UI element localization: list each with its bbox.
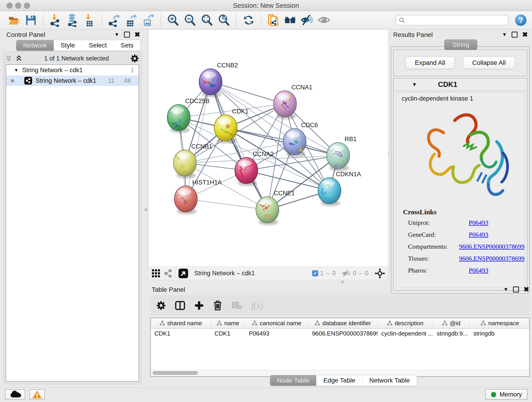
network-node-RB1[interactable]: RB1 xyxy=(327,136,357,171)
import-network-from-database-icon[interactable] xyxy=(65,13,80,27)
crosslink-label: Compartments: xyxy=(408,243,459,250)
node-label-CCNA2: CCNA2 xyxy=(253,151,274,157)
home-icon[interactable] xyxy=(283,13,298,27)
results-panel-menu-icon[interactable]: ▼ xyxy=(502,32,507,38)
expand-all-button[interactable]: Expand All xyxy=(405,57,455,69)
birds-eye-view-icon[interactable] xyxy=(152,269,161,278)
column-selector-icon[interactable] xyxy=(175,300,185,311)
edge-cdk1-rb1[interactable] xyxy=(226,128,338,156)
network-node-CCNB1[interactable]: CCNB1 xyxy=(173,143,212,178)
save-session-icon[interactable] xyxy=(24,13,38,27)
column-header-canonical-name[interactable]: canonical name xyxy=(245,318,308,328)
zoom-selected-icon[interactable] xyxy=(217,13,231,27)
tab-node-table[interactable]: Node Table xyxy=(270,375,316,386)
table-panel-float-icon[interactable] xyxy=(513,287,519,293)
import-table-from-file-icon[interactable] xyxy=(82,13,97,27)
collapse-all-button[interactable]: Collapse All xyxy=(463,57,515,69)
export-image-icon[interactable] xyxy=(141,13,155,27)
network-node-CCNE1[interactable]: CCNE1 xyxy=(256,190,295,225)
network-node-CDKN1A[interactable]: CDKN1A xyxy=(318,171,361,206)
network-node-CDC25B[interactable]: CDC25B xyxy=(167,98,210,133)
table-panel-close-icon[interactable]: ✖ xyxy=(524,286,529,293)
fit-content-crosshair-icon[interactable] xyxy=(375,268,385,279)
help-icon[interactable]: ? xyxy=(515,14,526,26)
control-panel-float-icon[interactable] xyxy=(124,32,130,38)
results-panel-close-icon[interactable]: ✖ xyxy=(522,31,528,38)
crosslink-link[interactable]: P06493 xyxy=(469,231,488,238)
tab-string[interactable]: String xyxy=(444,39,477,50)
network-edge-count: 48 xyxy=(124,77,131,84)
tab-style[interactable]: Style xyxy=(54,40,82,51)
column-header--id[interactable]: @id xyxy=(433,318,470,328)
window-title: Session: New Session xyxy=(0,2,532,9)
table-gear-icon[interactable] xyxy=(156,301,166,310)
table-panel-menu-icon[interactable]: ▼ xyxy=(503,287,508,293)
add-column-icon[interactable] xyxy=(194,301,204,310)
string-document-icon[interactable] xyxy=(266,13,280,27)
network-share-icon[interactable] xyxy=(164,269,172,278)
tab-network[interactable]: Network xyxy=(16,40,54,51)
collection-caret-icon[interactable]: ▼ xyxy=(14,68,19,73)
network-collection-row[interactable]: ▼ String Network – cdk1 1 xyxy=(6,65,139,75)
control-panel-title: Control Panel xyxy=(6,31,45,38)
hidden-eye-icon[interactable] xyxy=(342,270,351,277)
crosslink-link[interactable]: 9606.ENSP00000378699 xyxy=(459,243,525,250)
column-header-description[interactable]: description xyxy=(378,318,433,328)
crosslink-row: GeneCard:P06493 xyxy=(403,231,525,238)
tab-sets[interactable]: Sets xyxy=(114,40,140,51)
crosslink-link[interactable]: P06493 xyxy=(469,219,488,226)
tab-edge-table[interactable]: Edge Table xyxy=(316,375,362,386)
warning-status-button[interactable] xyxy=(29,389,45,400)
export-table-icon[interactable] xyxy=(124,13,138,27)
open-in-new-window-icon[interactable] xyxy=(178,268,188,279)
results-panel-float-icon[interactable] xyxy=(512,32,518,38)
column-header-name[interactable]: name xyxy=(211,318,245,328)
crosslink-link[interactable]: 9606.ENSP00000378699 xyxy=(459,255,525,262)
network-canvas[interactable]: CCNB2CCNA1CDC25BCDK1CDC6RB1CCNB1CCNA2CDK… xyxy=(148,29,388,267)
network-node-HIST1H1A[interactable]: HIST1H1A xyxy=(174,179,222,214)
show-all-icon[interactable] xyxy=(317,13,331,27)
zoom-in-icon[interactable] xyxy=(166,13,180,27)
node-label-HIST1H1A: HIST1H1A xyxy=(192,179,222,186)
update-available-icon[interactable] xyxy=(241,13,256,27)
selected-checkbox-icon[interactable]: ✓ xyxy=(312,270,318,276)
edge-ccnb2-ccne1[interactable] xyxy=(210,82,267,210)
network-row-selected[interactable]: String Network – cdk1 11 48 xyxy=(6,75,139,86)
collection-count: 1 xyxy=(131,67,134,74)
import-network-from-file-icon[interactable] xyxy=(49,13,63,27)
tab-network-table[interactable]: Network Table xyxy=(362,375,417,386)
edge-hist1h1a-ccne1[interactable] xyxy=(186,199,267,210)
zoom-fit-icon[interactable] xyxy=(200,13,214,27)
export-network-icon[interactable] xyxy=(107,13,121,27)
control-panel-close-icon[interactable]: ✖ xyxy=(134,31,140,38)
scrollbar-thumb[interactable] xyxy=(152,371,198,375)
left-splitter[interactable] xyxy=(144,29,148,387)
collection-label: String Network – cdk1 xyxy=(22,67,83,74)
network-node-CDK1[interactable]: CDK1 xyxy=(214,108,249,143)
crosslinks-title: CrossLinks xyxy=(403,208,525,216)
toolbar-separator xyxy=(261,13,261,27)
network-options-gear-icon[interactable] xyxy=(130,54,139,63)
expand-all-icon[interactable] xyxy=(16,56,23,61)
tab-select[interactable]: Select xyxy=(82,40,114,51)
zoom-out-icon[interactable] xyxy=(183,13,197,27)
network-node-CCNA1[interactable]: CCNA1 xyxy=(273,84,312,119)
cloud-status-button[interactable] xyxy=(5,389,25,400)
memory-button[interactable]: Memory xyxy=(486,389,527,400)
crosslink-link[interactable]: P06493 xyxy=(469,267,488,274)
control-panel-menu-icon[interactable]: ▼ xyxy=(114,32,119,38)
column-header-namespace[interactable]: namespace xyxy=(470,318,530,328)
table-cell: cyclin-dependent ... xyxy=(378,330,433,337)
open-session-icon[interactable] xyxy=(7,13,21,27)
column-header-database-identifier[interactable]: database identifier xyxy=(308,318,378,328)
column-header-shared-name[interactable]: shared name xyxy=(151,318,211,328)
collapse-all-icon[interactable] xyxy=(6,56,13,61)
node-label-CDC6: CDC6 xyxy=(301,122,318,128)
network-node-CCNB2[interactable]: CCNB2 xyxy=(199,62,238,97)
hide-selected-icon[interactable] xyxy=(300,13,314,27)
entry-header[interactable]: ▼ CDK1 xyxy=(394,78,527,91)
search-input[interactable] xyxy=(407,17,505,24)
table-row[interactable]: CDK1CDK1P064939606.ENSP00000378699cyclin… xyxy=(151,329,529,338)
delete-column-icon[interactable] xyxy=(213,300,222,311)
entry-caret-icon[interactable]: ▼ xyxy=(412,82,417,88)
